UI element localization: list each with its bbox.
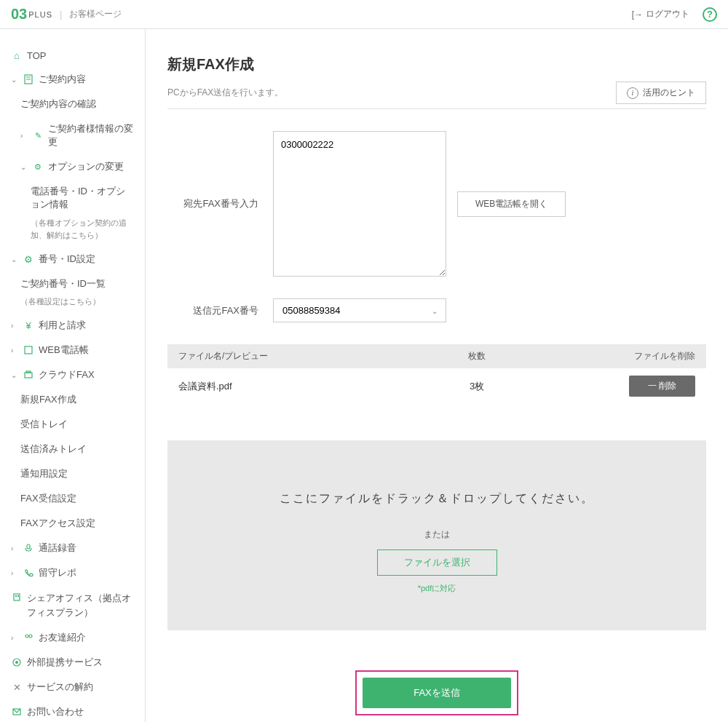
chevron-down-icon: ⌄ bbox=[11, 76, 18, 84]
nav-number-id[interactable]: ⌄ ⚙ 番号・ID設定 bbox=[0, 247, 145, 271]
mic-icon bbox=[23, 542, 34, 554]
nav-label: 電話番号・ID・オプション情報 bbox=[31, 185, 134, 211]
nav-inbox[interactable]: 受信トレイ bbox=[0, 412, 145, 437]
nav-phone-option[interactable]: 電話番号・ID・オプション情報 bbox=[0, 179, 145, 217]
nav-contract-confirm[interactable]: ご契約内容の確認 bbox=[0, 92, 145, 116]
phonebook-button[interactable]: WEB電話帳を開く bbox=[457, 191, 566, 217]
nav-label: 送信済みトレイ bbox=[20, 443, 87, 456]
home-icon: ⌂ bbox=[11, 49, 23, 61]
nav-contract[interactable]: ⌄ ご契約内容 bbox=[0, 67, 145, 92]
sidebar: ⌂ TOP ⌄ ご契約内容 ご契約内容の確認 › ✎ ご契約者様情報の変更 ⌄ … bbox=[0, 29, 146, 722]
person-icon: ✎ bbox=[32, 130, 44, 141]
nav-usage-billing[interactable]: › ¥ 利用と請求 bbox=[0, 313, 145, 338]
nav-recording[interactable]: › 通話録音 bbox=[0, 536, 145, 560]
nav-top[interactable]: ⌂ TOP bbox=[0, 44, 145, 67]
sender-label: 送信元FAX番号 bbox=[167, 304, 273, 317]
svg-point-11 bbox=[29, 635, 32, 638]
svg-rect-9 bbox=[17, 595, 19, 597]
nav-share-office[interactable]: シェアオフィス（拠点オフィスプラン） bbox=[0, 585, 145, 625]
nav-fax-access[interactable]: FAXアクセス設定 bbox=[0, 511, 145, 536]
delete-button[interactable]: 一 削除 bbox=[629, 376, 695, 397]
gear-icon: ⚙ bbox=[32, 161, 44, 172]
nav-external[interactable]: 外部提携サービス bbox=[0, 650, 145, 675]
nav-note: （各種設定はこちら） bbox=[0, 296, 145, 313]
chevron-right-icon: › bbox=[11, 569, 18, 577]
nav-label: 受信トレイ bbox=[20, 418, 68, 431]
main-content: 新規FAX作成 PCからFAX送信を行います。 i 活用のヒント 宛先FAX番号… bbox=[146, 29, 728, 722]
nav-referral[interactable]: › お友達紹介 bbox=[0, 625, 145, 650]
building-icon bbox=[11, 591, 23, 603]
page-subtitle: PCからFAX送信を行います。 bbox=[167, 87, 283, 99]
nav-contractor-change[interactable]: › ✎ ご契約者様情報の変更 bbox=[0, 116, 145, 154]
nav-new-fax[interactable]: 新規FAX作成 bbox=[0, 387, 145, 412]
chevron-right-icon: › bbox=[11, 634, 18, 642]
people-icon bbox=[23, 632, 34, 643]
chevron-right-icon: › bbox=[11, 322, 18, 330]
close-icon: ✕ bbox=[11, 681, 23, 693]
nav-label: クラウドFAX bbox=[39, 368, 95, 381]
header-delete: ファイルを削除 bbox=[550, 350, 695, 362]
hint-button[interactable]: i 活用のヒント bbox=[616, 82, 706, 104]
nav-label: オプションの変更 bbox=[48, 160, 124, 173]
hint-label: 活用のヒント bbox=[643, 87, 695, 99]
header-pages: 枚数 bbox=[404, 350, 550, 362]
nav-number-list[interactable]: ご契約番号・ID一覧 bbox=[0, 271, 145, 296]
nav-option-change[interactable]: ⌄ ⚙ オプションの変更 bbox=[0, 154, 145, 179]
nav-label: ご契約内容の確認 bbox=[20, 98, 96, 111]
nav-label: サービスの解約 bbox=[27, 681, 93, 694]
chevron-right-icon: › bbox=[20, 132, 28, 140]
nav-label: WEB電話帳 bbox=[39, 344, 89, 357]
sender-fax-select[interactable]: 05088859384 bbox=[273, 298, 446, 322]
svg-point-10 bbox=[25, 635, 28, 638]
info-icon: i bbox=[627, 87, 638, 99]
page-title: 新規FAX作成 bbox=[167, 55, 706, 74]
nav-label: 新規FAX作成 bbox=[20, 393, 76, 406]
nav-fax-receive[interactable]: FAX受信設定 bbox=[0, 486, 145, 511]
nav-voicemail[interactable]: › 留守レポ bbox=[0, 560, 145, 585]
logo: 03PLUS bbox=[11, 6, 52, 23]
nav-label: ご契約者様情報の変更 bbox=[48, 122, 134, 148]
pdf-note: *pdfに対応 bbox=[182, 583, 692, 594]
file-name[interactable]: 会議資料.pdf bbox=[178, 380, 404, 393]
fax-icon bbox=[23, 369, 34, 381]
svg-rect-4 bbox=[25, 373, 32, 378]
nav-label: FAX受信設定 bbox=[20, 492, 76, 505]
nav-label: 番号・ID設定 bbox=[39, 253, 95, 266]
file-pages: 3枚 bbox=[404, 380, 550, 393]
document-icon bbox=[23, 74, 34, 85]
nav-label: お友達紹介 bbox=[39, 631, 86, 644]
nav-cloud-fax[interactable]: ⌄ クラウドFAX bbox=[0, 362, 145, 387]
file-table: ファイル名/プレビュー 枚数 ファイルを削除 会議資料.pdf 3枚 一 削除 bbox=[167, 344, 706, 404]
header: 03PLUS | お客様ページ [→ ログアウト ? bbox=[0, 0, 728, 29]
nav-sent[interactable]: 送信済みトレイ bbox=[0, 437, 145, 461]
drop-zone[interactable]: ここにファイルをドラック＆ドロップしてください。 または ファイルを選択 *pd… bbox=[167, 440, 706, 630]
nav-inquiry[interactable]: お問い合わせ bbox=[0, 699, 145, 722]
nav-label: 留守レポ bbox=[39, 566, 76, 579]
logout-link[interactable]: [→ ログアウト bbox=[632, 8, 689, 20]
dest-label: 宛先FAX番号入力 bbox=[167, 197, 273, 210]
svg-point-13 bbox=[15, 661, 18, 664]
table-row: 会議資料.pdf 3枚 一 削除 bbox=[167, 368, 706, 404]
help-icon[interactable]: ? bbox=[703, 7, 717, 22]
divider: | bbox=[60, 9, 62, 20]
logout-label: ログアウト bbox=[646, 8, 689, 20]
send-fax-button[interactable]: FAXを送信 bbox=[363, 678, 511, 708]
link-icon bbox=[11, 656, 23, 668]
book-icon bbox=[23, 344, 34, 356]
nav-web-phonebook[interactable]: › WEB電話帳 bbox=[0, 338, 145, 362]
nav-cancel[interactable]: ✕ サービスの解約 bbox=[0, 675, 145, 699]
chevron-right-icon: › bbox=[11, 544, 18, 552]
nav-label: 通知用設定 bbox=[20, 467, 68, 480]
nav-notification[interactable]: 通知用設定 bbox=[0, 461, 145, 486]
yen-icon: ¥ bbox=[23, 320, 34, 331]
chevron-down-icon: ⌄ bbox=[11, 371, 18, 379]
svg-rect-8 bbox=[15, 595, 17, 597]
dest-fax-input[interactable]: 0300002222 bbox=[273, 131, 446, 277]
nav-label: FAXアクセス設定 bbox=[20, 517, 95, 530]
nav-label: お問い合わせ bbox=[27, 705, 84, 718]
drop-or: または bbox=[182, 528, 692, 541]
file-select-button[interactable]: ファイルを選択 bbox=[377, 550, 497, 576]
header-name: ファイル名/プレビュー bbox=[178, 350, 404, 362]
nav-label: TOP bbox=[27, 50, 47, 61]
drop-text: ここにファイルをドラック＆ドロップしてください。 bbox=[182, 491, 692, 507]
